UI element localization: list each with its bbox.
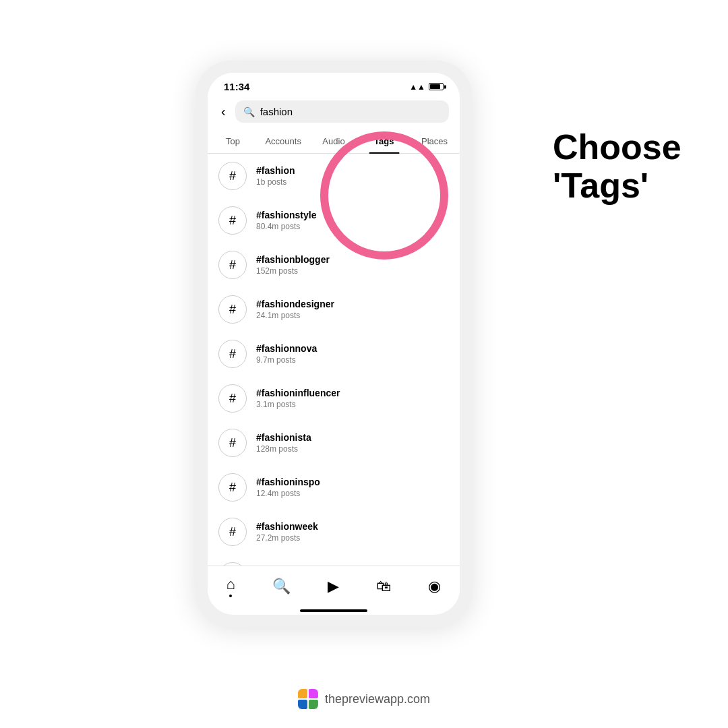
- search-icon: 🔍: [243, 107, 255, 117]
- tag-name-0: #fashion: [256, 165, 295, 176]
- hash-circle-7: #: [218, 473, 247, 502]
- status-bar: 11:34 ▲▲: [208, 73, 460, 96]
- tag-posts-1: 80.4m posts: [256, 222, 316, 231]
- reels-icon: ▶: [328, 578, 339, 595]
- battery-icon: [429, 83, 444, 90]
- logo-quadrant-1: [298, 689, 307, 698]
- hash-circle-2: #: [218, 251, 247, 279]
- tag-item-9[interactable]: # #fashiongram: [208, 554, 460, 566]
- annotation-title: Choose'Tags': [553, 128, 688, 205]
- tag-posts-3: 24.1m posts: [256, 311, 334, 320]
- logo-quadrant-4: [309, 700, 318, 709]
- shop-icon: 🛍: [376, 578, 391, 595]
- home-icon: ⌂: [226, 576, 235, 593]
- back-button[interactable]: ‹: [218, 102, 229, 121]
- phone-wrapper: 11:34 ▲▲ ‹ 🔍 fashion: [195, 61, 472, 627]
- logo-quadrant-2: [309, 689, 318, 698]
- home-active-dot: [229, 595, 232, 597]
- hash-circle-3: #: [218, 295, 247, 324]
- tabs-row: Top Accounts Audio Tags Places: [208, 129, 460, 154]
- tab-accounts[interactable]: Accounts: [258, 129, 309, 153]
- logo-quadrant-3: [298, 700, 307, 709]
- tag-item-6[interactable]: # #fashionista 128m posts: [208, 421, 460, 465]
- canvas: 11:34 ▲▲ ‹ 🔍 fashion: [0, 0, 728, 728]
- tag-name-1: #fashionstyle: [256, 210, 316, 220]
- tag-name-6: #fashionista: [256, 432, 311, 443]
- phone-screen: 11:34 ▲▲ ‹ 🔍 fashion: [208, 73, 460, 615]
- search-nav-icon: 🔍: [272, 578, 291, 595]
- search-query-text: fashion: [260, 106, 293, 117]
- tag-posts-2: 152m posts: [256, 266, 330, 276]
- tag-posts-6: 128m posts: [256, 444, 311, 454]
- status-time: 11:34: [224, 81, 249, 92]
- tag-name-4: #fashionnova: [256, 343, 317, 354]
- tag-item-1[interactable]: # #fashionstyle 80.4m posts: [208, 198, 460, 243]
- search-input-box[interactable]: 🔍 fashion: [235, 100, 449, 123]
- profile-icon: ◉: [428, 578, 441, 595]
- home-indicator: [300, 609, 367, 612]
- tag-item-2[interactable]: # #fashionblogger 152m posts: [208, 243, 460, 287]
- tag-item-5[interactable]: # #fashioninfluencer 3.1m posts: [208, 376, 460, 421]
- nav-shop[interactable]: 🛍: [371, 575, 396, 598]
- brand-url: thepreviewapp.com: [325, 692, 430, 706]
- tag-list: # #fashion 1b posts # #fashionstyle: [208, 154, 460, 566]
- bottom-brand: thepreviewapp.com: [298, 689, 430, 709]
- tag-name-7: #fashioninspo: [256, 477, 320, 487]
- tag-name-2: #fashionblogger: [256, 254, 330, 265]
- brand-logo: [298, 689, 318, 709]
- tag-item-7[interactable]: # #fashioninspo 12.4m posts: [208, 465, 460, 510]
- tag-posts-7: 12.4m posts: [256, 489, 320, 498]
- hash-circle-0: #: [218, 162, 247, 190]
- tag-item-3[interactable]: # #fashiondesigner 24.1m posts: [208, 287, 460, 332]
- status-icons: ▲▲: [409, 82, 444, 92]
- tag-name-5: #fashioninfluencer: [256, 388, 340, 398]
- search-bar-row: ‹ 🔍 fashion: [208, 96, 460, 129]
- hash-circle-4: #: [218, 340, 247, 368]
- tag-posts-8: 27.2m posts: [256, 533, 318, 543]
- tag-item-4[interactable]: # #fashionnova 9.7m posts: [208, 332, 460, 376]
- signal-icon: ▲▲: [409, 82, 425, 92]
- tab-audio[interactable]: Audio: [309, 129, 359, 153]
- tab-places[interactable]: Places: [409, 129, 460, 153]
- nav-reels[interactable]: ▶: [322, 575, 344, 598]
- tab-top[interactable]: Top: [208, 129, 258, 153]
- nav-home[interactable]: ⌂: [221, 573, 241, 600]
- bottom-nav: ⌂ 🔍 ▶ 🛍 ◉: [208, 566, 460, 604]
- tag-name-3: #fashiondesigner: [256, 299, 334, 309]
- hash-circle-6: #: [218, 429, 247, 457]
- hash-circle-8: #: [218, 518, 247, 546]
- nav-search[interactable]: 🔍: [267, 575, 296, 598]
- phone-frame: 11:34 ▲▲ ‹ 🔍 fashion: [195, 61, 472, 627]
- tag-posts-0: 1b posts: [256, 177, 295, 187]
- tab-tags[interactable]: Tags: [359, 129, 409, 153]
- hash-circle-5: #: [218, 384, 247, 413]
- tag-posts-5: 3.1m posts: [256, 400, 340, 409]
- tag-item-0[interactable]: # #fashion 1b posts: [208, 154, 460, 198]
- tag-posts-4: 9.7m posts: [256, 355, 317, 365]
- hash-circle-1: #: [218, 206, 247, 235]
- tag-name-8: #fashionweek: [256, 521, 318, 532]
- annotation-text: Choose'Tags': [553, 128, 688, 205]
- tag-item-8[interactable]: # #fashionweek 27.2m posts: [208, 510, 460, 554]
- nav-profile[interactable]: ◉: [423, 575, 446, 598]
